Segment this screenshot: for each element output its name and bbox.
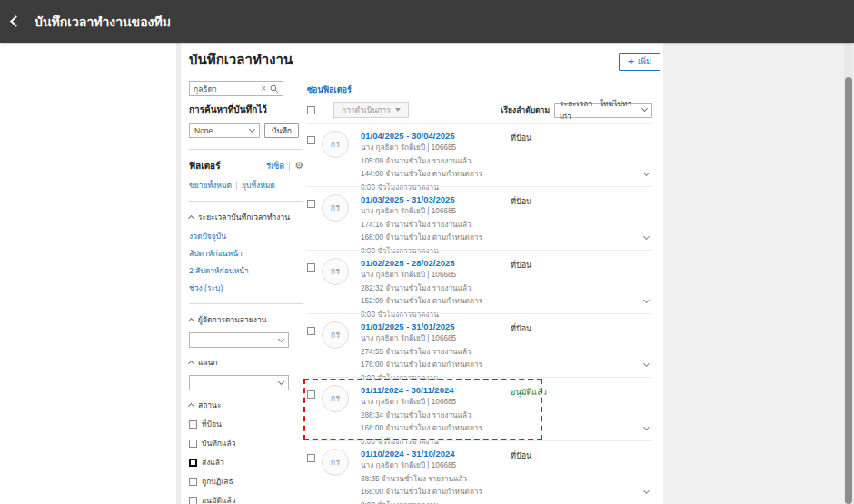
save-search-button[interactable]: บันทึก bbox=[264, 123, 299, 138]
search-icon bbox=[270, 84, 279, 94]
filter-section-title: ระยะเวลาบันทึกเวลาทำงาน bbox=[198, 211, 290, 223]
period-link-current[interactable]: งวดปัจจุบัน bbox=[189, 230, 303, 242]
person-name: นาง กุลธิดา รักดีเยปี | 106685 bbox=[361, 270, 511, 282]
filter-section-title: ผู้จัดการตามสายงาน bbox=[198, 313, 267, 326]
avatar: กร bbox=[322, 385, 349, 412]
expand-row-button[interactable] bbox=[644, 226, 649, 242]
saved-search-value: None bbox=[194, 126, 213, 135]
row-checkbox[interactable] bbox=[307, 454, 315, 462]
scheduled-hours: 168:00 จำนวนชั่วโมง ตามกำหนดการ bbox=[361, 423, 511, 435]
saved-search-select[interactable]: None bbox=[189, 123, 260, 138]
chevron-down-icon bbox=[643, 297, 650, 303]
filter-section-period[interactable]: ระยะเวลาบันทึกเวลาทำงาน bbox=[189, 211, 303, 223]
expand-all-link[interactable]: ขยายทั้งหมด bbox=[189, 179, 232, 192]
sort-value: ระยะเวลา - ใหม่ไปหาเก่า bbox=[560, 97, 642, 123]
checkbox-icon[interactable] bbox=[189, 420, 197, 429]
date-range-link[interactable]: 01/10/2024 - 31/10/2024 bbox=[361, 449, 511, 459]
row-checkbox[interactable] bbox=[307, 136, 315, 144]
saved-search-heading: การค้นหาที่บันทึกไว้ bbox=[189, 103, 303, 116]
manager-select[interactable] bbox=[189, 332, 289, 348]
expand-row-button[interactable] bbox=[644, 480, 649, 497]
checkbox-label: อนุมัติแล้ว bbox=[202, 494, 236, 504]
search-input[interactable]: กุลธิดา × bbox=[189, 81, 283, 96]
row-checkbox[interactable] bbox=[307, 200, 315, 208]
status-option-entered[interactable]: ที่ป้อน bbox=[189, 418, 303, 430]
status-option-approved[interactable]: อนุมัติแล้ว bbox=[189, 494, 303, 504]
chevron-down-icon bbox=[249, 125, 255, 132]
actions-label: การดำเนินการ bbox=[342, 104, 391, 116]
table-row[interactable]: กร 01/01/2025 - 31/01/2025 นาง กุลธิดา ร… bbox=[307, 313, 652, 377]
date-range-link[interactable]: 01/04/2025 - 30/04/2025 bbox=[361, 131, 511, 141]
table-row[interactable]: กร 01/04/2025 - 30/04/2025 นาง กุลธิดา ร… bbox=[307, 123, 652, 186]
plus-icon: + bbox=[628, 56, 634, 67]
hide-filters-link[interactable]: ซ่อนฟิลเตอร์ bbox=[307, 84, 352, 96]
avatar: กร bbox=[322, 258, 349, 285]
expand-row-button[interactable] bbox=[644, 353, 649, 370]
person-name: นาง กุลธิดา รักดีเยปี | 106685 bbox=[361, 460, 511, 472]
row-checkbox[interactable] bbox=[307, 327, 315, 335]
collapse-all-link[interactable]: ยุบทั้งหมด bbox=[242, 179, 275, 192]
filter-section-department[interactable]: แผนก bbox=[189, 356, 303, 369]
filter-section-manager[interactable]: ผู้จัดการตามสายงาน bbox=[189, 313, 303, 326]
chevron-up-icon bbox=[188, 317, 194, 323]
gear-icon[interactable]: ⚙ bbox=[294, 161, 303, 171]
app-header: บันทึกเวลาทำงานของทีม bbox=[0, 0, 854, 43]
app-title: บันทึกเวลาทำงานของทีม bbox=[35, 12, 171, 32]
table-row[interactable]: กร 01/10/2024 - 31/10/2024 นาง กุลธิดา ร… bbox=[307, 440, 652, 504]
filters-heading: ฟิลเตอร์ bbox=[189, 159, 266, 173]
row-checkbox[interactable] bbox=[307, 390, 315, 399]
filter-section-status[interactable]: สถานะ bbox=[189, 399, 303, 411]
status-option-submitted[interactable]: ส่งแล้ว bbox=[189, 456, 303, 469]
status-badge: อนุมัติแล้ว bbox=[511, 378, 620, 440]
person-name: นาง กุลธิดา รักดีเยปี | 106685 bbox=[361, 206, 511, 218]
table-row-highlighted[interactable]: กร 01/11/2024 - 30/11/2024 นาง กุลธิดา ร… bbox=[307, 377, 652, 440]
right-empty-area bbox=[663, 43, 854, 504]
select-all-checkbox[interactable] bbox=[307, 106, 315, 114]
reported-hours: 282:32 จำนวนชั่วโมง รายงานแล้ว bbox=[361, 283, 511, 295]
clear-search-icon[interactable]: × bbox=[261, 84, 266, 94]
checkbox-icon[interactable] bbox=[189, 497, 197, 504]
chevron-down-icon bbox=[278, 335, 284, 341]
add-button[interactable]: + เพิ่ม bbox=[619, 53, 660, 71]
status-badge: ที่ป้อน bbox=[511, 441, 620, 504]
reset-filters-link[interactable]: รีเซ็ต bbox=[266, 160, 284, 173]
triangle-down-icon bbox=[395, 108, 401, 112]
vertical-scrollbar[interactable] bbox=[844, 43, 853, 504]
checkbox-icon[interactable] bbox=[189, 478, 197, 486]
scrollbar-thumb[interactable] bbox=[845, 77, 852, 504]
actions-dropdown[interactable]: การดำเนินการ bbox=[333, 102, 409, 118]
avatar: กร bbox=[322, 321, 349, 349]
table-row[interactable]: กร 01/02/2025 - 28/02/2025 นาง กุลธิดา ร… bbox=[307, 250, 652, 313]
reported-hours: 288:34 จำนวนชั่วโมง รายงานแล้ว bbox=[361, 410, 511, 422]
date-range-link[interactable]: 01/11/2024 - 30/11/2024 bbox=[361, 385, 511, 395]
date-range-link[interactable]: 01/01/2025 - 31/01/2025 bbox=[361, 321, 511, 331]
date-range-link[interactable]: 01/03/2025 - 31/03/2025 bbox=[361, 194, 511, 204]
date-range-link[interactable]: 01/02/2025 - 28/02/2025 bbox=[361, 258, 511, 268]
chevron-up-icon bbox=[188, 214, 194, 221]
status-badge: ที่ป้อน bbox=[511, 187, 620, 250]
row-checkbox[interactable] bbox=[307, 263, 315, 272]
status-option-saved[interactable]: บันทึกแล้ว bbox=[189, 437, 303, 450]
back-button[interactable] bbox=[0, 0, 31, 43]
reported-hours: 174:16 จำนวนชั่วโมง รายงานแล้ว bbox=[361, 220, 511, 232]
chevron-up-icon bbox=[188, 402, 194, 409]
scheduled-hours: 168:00 จำนวนชั่วโมง ตามกำหนดการ bbox=[361, 487, 511, 499]
department-select[interactable] bbox=[189, 375, 289, 390]
checkbox-icon[interactable] bbox=[189, 440, 197, 448]
checkbox-label: ถูกปฏิเสธ bbox=[202, 475, 233, 488]
period-link-prev-week[interactable]: สัปดาห์ก่อนหน้า bbox=[189, 247, 303, 260]
filter-section-title: สถานะ bbox=[198, 399, 221, 411]
checkbox-icon[interactable] bbox=[189, 459, 197, 467]
chevron-down-icon bbox=[643, 488, 650, 494]
add-button-label: เพิ่ม bbox=[638, 55, 651, 68]
period-link-range[interactable]: ช่วง (ระบุ) bbox=[189, 282, 303, 294]
sort-select[interactable]: ระยะเวลา - ใหม่ไปหาเก่า bbox=[554, 103, 652, 118]
checkbox-label: ส่งแล้ว bbox=[202, 456, 224, 469]
table-row[interactable]: กร 01/03/2025 - 31/03/2025 นาง กุลธิดา ร… bbox=[307, 186, 652, 250]
expand-row-button[interactable] bbox=[644, 163, 649, 179]
period-link-2-weeks[interactable]: 2 สัปดาห์ก่อนหน้า bbox=[189, 264, 303, 277]
status-option-rejected[interactable]: ถูกปฏิเสธ bbox=[189, 475, 303, 488]
divider bbox=[189, 303, 303, 304]
expand-row-button[interactable] bbox=[644, 417, 649, 433]
expand-row-button[interactable] bbox=[644, 290, 649, 306]
